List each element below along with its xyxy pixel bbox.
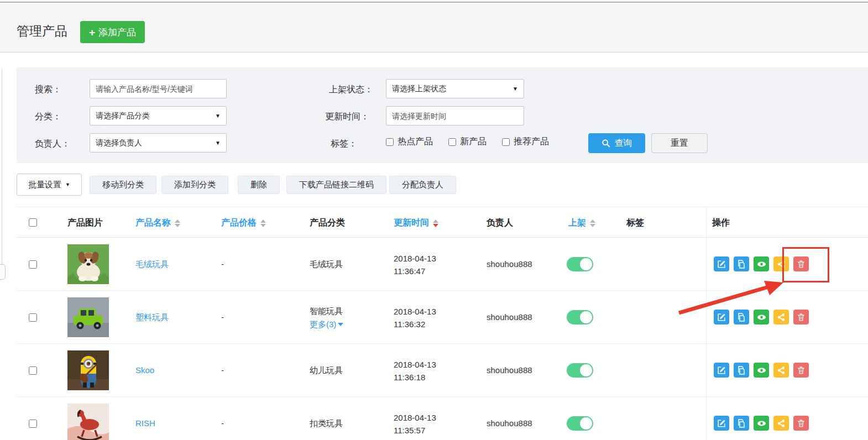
add-to-category-button[interactable]: 添加到分类 xyxy=(161,176,228,194)
update-time: 2018-04-13 11:35:57 xyxy=(394,411,436,437)
left-panel-edge xyxy=(2,69,2,265)
edit-icon xyxy=(717,366,726,375)
share-button[interactable] xyxy=(773,310,789,324)
toggle-knob xyxy=(580,364,592,376)
product-category: 智能玩具 更多(3) xyxy=(310,305,343,331)
product-name-link[interactable]: RISH xyxy=(135,418,155,428)
product-name-link[interactable]: 塑料玩具 xyxy=(135,312,169,323)
owner-name: shouhou888 xyxy=(487,365,532,375)
column-header-owner: 负责人 xyxy=(487,217,513,229)
table-header-row: 产品图片 产品名称 产品价格 产品分类 更新时间 负责人 上架 标签 操作 xyxy=(17,207,868,238)
toggle-knob xyxy=(580,417,592,429)
category-select-value: 请选择产品分类 xyxy=(96,111,150,121)
delete-button[interactable] xyxy=(793,256,809,271)
edit-button[interactable] xyxy=(714,310,729,324)
hot-product-checkbox[interactable] xyxy=(386,138,394,146)
product-category: 幼儿玩具 xyxy=(310,365,343,376)
owner-name: shouhou888 xyxy=(487,418,532,428)
chevron-down-icon: ▼ xyxy=(513,86,518,92)
owner-select[interactable]: 请选择负责人 ▼ xyxy=(90,133,227,153)
row-checkbox[interactable] xyxy=(29,366,37,375)
delete-button[interactable] xyxy=(793,310,809,324)
preview-button[interactable] xyxy=(754,256,769,271)
search-input[interactable] xyxy=(90,79,227,98)
update-time-input[interactable] xyxy=(386,106,524,125)
recommend-product-checkbox[interactable] xyxy=(502,138,510,146)
on-shelf-toggle[interactable] xyxy=(567,310,593,324)
filter-panel: 搜索： 上架状态： 请选择上架状态 ▼ 分类： 请选择产品分类 ▼ 更新时间： … xyxy=(17,67,868,163)
copy-button[interactable] xyxy=(734,416,749,431)
product-name-link[interactable]: Skoo xyxy=(135,365,154,375)
column-header-name-label: 产品名称 xyxy=(135,217,171,229)
on-shelf-toggle[interactable] xyxy=(567,363,593,378)
sidebar-collapse-handle[interactable] xyxy=(0,264,6,280)
row-checkbox[interactable] xyxy=(29,420,37,428)
share-icon xyxy=(777,419,786,428)
copy-button[interactable] xyxy=(734,310,749,324)
tag-checkbox-group: 热点产品 新产品 推荐产品 xyxy=(386,136,549,148)
column-header-price[interactable]: 产品价格 xyxy=(221,217,266,229)
edit-button[interactable] xyxy=(714,256,729,271)
move-to-category-button[interactable]: 移动到分类 xyxy=(90,176,156,194)
product-category: 毛绒玩具 xyxy=(310,259,343,270)
column-header-onshelf[interactable]: 上架 xyxy=(568,217,595,229)
category-select[interactable]: 请选择产品分类 ▼ xyxy=(90,106,227,125)
update-time-label: 更新时间： xyxy=(325,111,369,123)
column-header-name[interactable]: 产品名称 xyxy=(135,217,180,229)
copy-button[interactable] xyxy=(734,256,749,271)
add-product-button[interactable]: + 添加产品 xyxy=(80,21,145,43)
chevron-down-icon: ▼ xyxy=(65,182,70,187)
status-select[interactable]: 请选择上架状态 ▼ xyxy=(386,79,524,98)
download-qrcode-button[interactable]: 下载产品链接二维码 xyxy=(286,176,386,194)
product-name-link[interactable]: 毛绒玩具 xyxy=(135,259,169,270)
share-button[interactable] xyxy=(773,256,789,271)
new-product-checkbox[interactable] xyxy=(448,138,456,146)
owner-label: 负责人： xyxy=(35,138,70,150)
query-button[interactable]: 查询 xyxy=(588,133,645,153)
tags-label: 标签： xyxy=(331,138,357,150)
row-actions xyxy=(714,416,809,431)
toggle-knob xyxy=(580,311,592,323)
share-button[interactable] xyxy=(773,416,789,431)
tag-checkbox-new[interactable]: 新产品 xyxy=(448,136,487,148)
eye-icon xyxy=(757,419,766,428)
copy-icon xyxy=(737,260,746,269)
update-date: 2018-04-13 xyxy=(394,252,436,265)
preview-button[interactable] xyxy=(754,310,769,324)
tag-checkbox-hot[interactable]: 热点产品 xyxy=(386,136,433,148)
edit-button[interactable] xyxy=(714,363,729,378)
copy-icon xyxy=(737,313,746,322)
delete-batch-button[interactable]: 删除 xyxy=(238,176,280,194)
row-actions xyxy=(714,310,809,324)
preview-button[interactable] xyxy=(754,363,769,378)
copy-button[interactable] xyxy=(734,363,749,378)
share-button[interactable] xyxy=(773,363,789,378)
row-actions xyxy=(714,363,809,378)
reset-button[interactable]: 重置 xyxy=(651,133,708,153)
delete-button[interactable] xyxy=(793,416,809,431)
preview-button[interactable] xyxy=(754,416,769,431)
column-header-tags: 标签 xyxy=(626,217,644,229)
eye-icon xyxy=(757,313,766,322)
tag-checkbox-recommend[interactable]: 推荐产品 xyxy=(502,136,549,148)
product-image-rocking-horse xyxy=(67,404,109,440)
on-shelf-toggle[interactable] xyxy=(567,416,593,431)
assign-owner-button[interactable]: 分配负责人 xyxy=(389,176,456,194)
on-shelf-toggle[interactable] xyxy=(567,257,593,271)
edit-icon xyxy=(717,313,726,322)
column-divider xyxy=(706,291,707,343)
edit-button[interactable] xyxy=(714,416,729,431)
more-categories-link[interactable]: 更多(3) xyxy=(310,318,343,331)
update-clock: 11:36:47 xyxy=(394,265,436,277)
row-checkbox[interactable] xyxy=(29,260,37,269)
select-all-checkbox[interactable] xyxy=(29,218,37,227)
update-clock: 11:36:18 xyxy=(394,371,436,384)
batch-settings-dropdown[interactable]: 批量设置 ▼ xyxy=(17,174,82,196)
trash-icon xyxy=(797,313,806,322)
row-checkbox[interactable] xyxy=(29,313,37,322)
share-icon xyxy=(777,260,786,269)
delete-button[interactable] xyxy=(793,363,809,378)
update-time: 2018-04-13 11:36:47 xyxy=(394,252,436,277)
table-row: 毛绒玩具 - 毛绒玩具 2018-04-13 11:36:47 shouhou8… xyxy=(17,238,868,291)
column-header-time[interactable]: 更新时间 xyxy=(394,217,438,229)
